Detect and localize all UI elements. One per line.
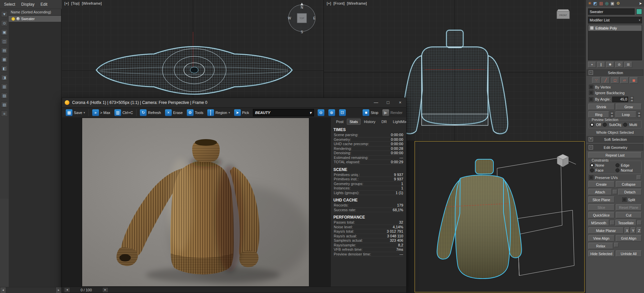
subobject-level-icon[interactable]: ∵: [592, 77, 600, 83]
zoom-reset-button[interactable]: ⊡: [337, 109, 347, 117]
explorer-item-sweater[interactable]: Sweater: [9, 16, 61, 22]
explorer-tool-icon[interactable]: ≡: [1, 111, 8, 117]
repeat-last-button[interactable]: Repeat Last: [588, 152, 642, 158]
object-color-swatch[interactable]: [636, 9, 642, 14]
explorer-sort-header[interactable]: Name (Sorted Ascending): [9, 9, 61, 16]
stack-tool-icon[interactable]: ⌖: [588, 62, 596, 68]
copy-to-max-button[interactable]: » > Max: [91, 109, 112, 117]
tab-lightmix[interactable]: LightMix: [390, 119, 406, 125]
tessellate-settings-button[interactable]: [637, 221, 642, 225]
cut-button[interactable]: Cut: [616, 212, 642, 218]
preserve-uvs-checkbox[interactable]: [589, 175, 593, 180]
make-planar-button[interactable]: Make Planar: [588, 227, 624, 234]
subobject-level-icon[interactable]: ▱: [620, 77, 629, 83]
tab-dr[interactable]: DR: [379, 119, 389, 125]
compass-west-label[interactable]: W: [288, 16, 291, 20]
viewport-perspective[interactable]: [415, 141, 585, 292]
viewport-shading-menu[interactable]: [Wireframe]: [347, 1, 367, 5]
rendered-image[interactable]: [82, 118, 309, 286]
rollout-soft-selection[interactable]: + Soft Selection: [587, 136, 643, 142]
stack-tool-icon[interactable]: ✱: [606, 62, 614, 68]
scrollbar-track[interactable]: [6, 287, 56, 293]
scroll-left-icon[interactable]: ◄: [0, 287, 6, 293]
explorer-tool-icon[interactable]: ▦: [1, 56, 8, 62]
display-tab-icon[interactable]: ▣: [610, 0, 614, 6]
zoom-in-button[interactable]: ⊕: [327, 109, 337, 117]
modifier-list-dropdown[interactable]: Modifier List ▾: [588, 17, 642, 23]
constraint-normal-radio[interactable]: [615, 168, 620, 172]
viewport-plus-menu[interactable]: [+]: [327, 1, 331, 5]
compass-east-label[interactable]: E: [313, 16, 316, 20]
menu-item[interactable]: Display: [21, 2, 34, 7]
stop-button[interactable]: ■ Stop: [361, 109, 380, 117]
tab-history[interactable]: History: [361, 119, 378, 125]
attach-button[interactable]: Attach: [588, 189, 612, 195]
render-element-select[interactable]: BEAUTY ▾: [253, 109, 314, 116]
compass-north-label[interactable]: N: [301, 6, 303, 9]
erase-button[interactable]: × Erase: [163, 109, 184, 117]
slice-button[interactable]: Slice: [588, 204, 614, 211]
explorer-tool-icon[interactable]: ⊙: [1, 20, 8, 26]
grow-button[interactable]: Grow: [616, 104, 642, 110]
collapse-button[interactable]: Collapse: [616, 181, 642, 187]
stack-tool-icon[interactable]: ⊘: [615, 62, 623, 68]
by-angle-spinner[interactable]: ▲▼: [630, 96, 634, 102]
visibility-bulb-icon[interactable]: [11, 17, 15, 21]
explorer-tool-icon[interactable]: ▼: [1, 11, 8, 17]
compass-south-label[interactable]: S: [301, 30, 303, 34]
explorer-tool-icon[interactable]: ◧: [1, 65, 8, 71]
explorer-horizontal-scrollbar[interactable]: ◄ ►: [0, 287, 62, 293]
zoom-out-button[interactable]: ⊖: [316, 109, 326, 117]
collapse-icon[interactable]: -: [589, 145, 593, 150]
maximize-button[interactable]: □: [382, 98, 394, 107]
ignore-backfacing-checkbox[interactable]: [589, 91, 593, 95]
msmooth-button[interactable]: MSmooth: [588, 220, 609, 226]
motion-tab-icon[interactable]: ◎: [605, 0, 608, 6]
subobject-level-icon[interactable]: ◼: [630, 77, 638, 83]
ring-button[interactable]: Ring: [588, 111, 609, 118]
unhide-all-button[interactable]: Unhide All: [616, 250, 642, 257]
by-angle-value-field[interactable]: 45,0: [612, 97, 628, 102]
ring-spinner[interactable]: ▲▼: [610, 112, 614, 118]
stack-tool-icon[interactable]: ∥: [597, 62, 605, 68]
tools-button[interactable]: ⚙ Tools: [185, 109, 205, 117]
shrink-button[interactable]: Shrink: [588, 104, 614, 110]
preview-subobj-radio[interactable]: [603, 123, 607, 127]
wireframe-sweater-top-view[interactable]: [90, 35, 298, 106]
modifier-stack[interactable]: Editable Poly: [588, 25, 642, 60]
preserve-uvs-settings-button[interactable]: [637, 175, 641, 180]
object-name-field[interactable]: [588, 8, 635, 15]
render-button[interactable]: ▶ Render: [381, 109, 404, 117]
minimize-button[interactable]: —: [370, 98, 382, 107]
refresh-button[interactable]: ↻ Refresh: [138, 109, 163, 117]
create-button[interactable]: Create: [588, 181, 614, 187]
menu-item[interactable]: Select: [4, 2, 15, 7]
grid-align-button[interactable]: Grid Align: [616, 235, 642, 241]
preview-multi-radio[interactable]: [623, 123, 627, 127]
viewport-plus-menu[interactable]: [+]: [64, 1, 69, 5]
progress-left-icon[interactable]: ◄: [64, 287, 70, 293]
close-button[interactable]: ×: [394, 98, 406, 107]
stack-item-editable-poly[interactable]: Editable Poly: [588, 25, 642, 31]
collapse-icon[interactable]: -: [589, 70, 593, 75]
viewcube-compass[interactable]: N W E S TOP: [285, 1, 319, 35]
constraint-none-radio[interactable]: [590, 163, 594, 167]
chevron-down-icon[interactable]: ▾: [84, 111, 85, 114]
tessellate-button[interactable]: Tessellate: [615, 220, 636, 226]
constraint-face-radio[interactable]: [590, 168, 594, 172]
split-checkbox[interactable]: [622, 197, 627, 202]
rollout-selection[interactable]: - Selection: [587, 69, 643, 76]
relax-settings-button[interactable]: [614, 243, 619, 247]
relax-button[interactable]: Relax: [588, 243, 613, 249]
hide-selected-button[interactable]: Hide Selected: [588, 250, 614, 257]
view-align-button[interactable]: View Align: [588, 235, 614, 241]
preview-off-radio[interactable]: [590, 123, 594, 127]
by-angle-checkbox[interactable]: [589, 97, 593, 102]
msmooth-settings-button[interactable]: [610, 221, 614, 225]
save-button[interactable]: ▦ Save ▾: [64, 109, 87, 117]
utilities-tab-icon[interactable]: ⚙: [616, 0, 620, 6]
quickslice-button[interactable]: QuickSlice: [588, 212, 614, 218]
viewport-shading-menu[interactable]: [Wireframe]: [82, 1, 102, 5]
planar-y-button[interactable]: Y: [631, 227, 636, 234]
menu-item[interactable]: Edit: [41, 2, 48, 7]
